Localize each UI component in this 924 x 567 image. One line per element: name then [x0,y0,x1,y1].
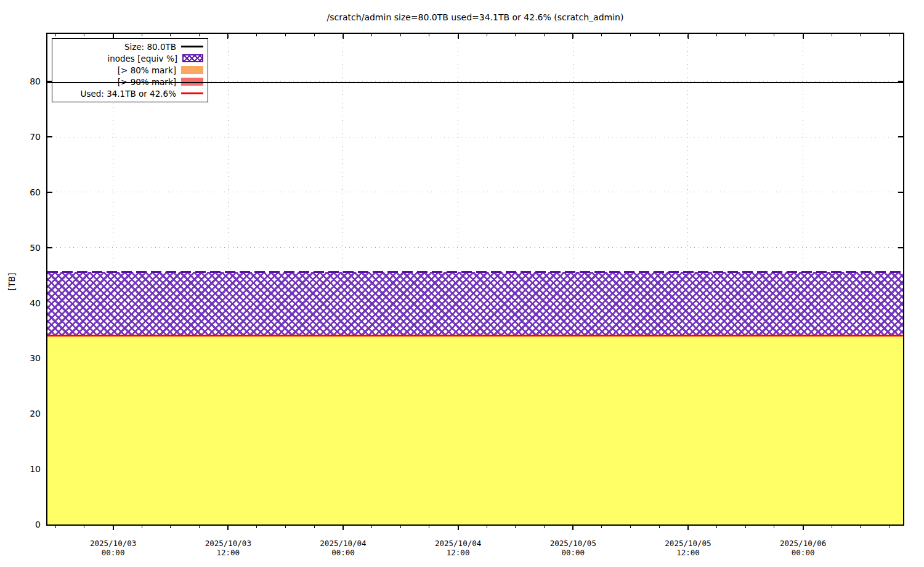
x-tick-bottom-major [227,526,229,530]
x-tick-bottom-minor [429,526,429,528]
x-tick-bottom-minor [544,526,545,528]
x-tick-bottom-minor [285,526,286,528]
size-limit-line [47,82,903,83]
x-tick-label-date: 2025/10/05 [524,539,622,548]
x-tick-bottom-major [342,526,344,530]
y-tick-label: 30 [0,352,41,364]
usage-chart: /scratch/admin size=80.0TB used=34.1TB o… [0,0,924,567]
legend-item-label: Size: 80.0TB [124,42,176,52]
x-tick-label: 2025/10/0300:00 [64,539,163,557]
x-tick-bottom-minor [256,526,257,528]
legend-box-sample [181,66,203,74]
x-tick-bottom-minor [199,526,200,528]
x-tick-label: 2025/10/0312:00 [179,539,277,557]
legend-item: Size: 80.0TB [52,41,208,52]
x-tick-bottom-major [687,526,689,530]
x-tick-bottom-major [458,526,459,530]
x-tick-bottom-minor [889,526,890,528]
y-tick-label: 0 [0,518,41,531]
y-tick-label: 20 [0,407,41,420]
y-tick-label: 50 [0,242,41,254]
x-tick-label-time: 00:00 [64,548,163,557]
x-tick-bottom-minor [745,526,746,528]
x-tick-label-date: 2025/10/03 [179,539,277,548]
legend-line-sample [181,46,203,47]
y-tick-label: 80 [0,75,41,88]
inodes-top-edge-line [47,271,903,273]
x-tick-bottom-minor [170,526,171,528]
x-tick-label: 2025/10/0512:00 [639,539,737,557]
x-tick-label: 2025/10/0500:00 [524,539,622,557]
x-tick-bottom-minor [601,526,602,528]
y-tick-label: 70 [0,131,41,143]
x-tick-bottom-minor [860,526,861,528]
legend-item: inodes [equiv %] [52,52,208,64]
x-tick-bottom-major [572,526,573,530]
used-area [47,336,903,524]
x-tick-label-time: 00:00 [294,548,392,557]
legend: Size: 80.0TBinodes [equiv %][> 80% mark]… [52,38,208,102]
x-tick-label-time: 12:00 [409,548,508,557]
y-tick-label: 10 [0,463,41,475]
x-tick-bottom-minor [142,526,142,528]
x-tick-label-date: 2025/10/04 [409,539,508,548]
x-tick-label-time: 12:00 [639,548,737,557]
x-tick-label-time: 12:00 [179,548,277,557]
x-tick-bottom-minor [716,526,717,528]
x-tick-bottom-minor [55,526,56,528]
x-tick-bottom-minor [832,526,832,528]
x-tick-bottom-major [803,526,804,530]
legend-hatch-sample [182,54,203,62]
x-tick-bottom-major [113,526,114,530]
x-tick-label-time: 00:00 [754,548,853,557]
x-tick-label-time: 00:00 [524,548,622,557]
x-tick-bottom-minor [84,526,84,528]
x-tick-bottom-minor [371,526,372,528]
plot-area: Size: 80.0TBinodes [equiv %][> 80% mark]… [46,33,904,526]
chart-title: /scratch/admin size=80.0TB used=34.1TB o… [46,12,904,23]
x-tick-label-date: 2025/10/05 [639,539,737,548]
legend-line-sample [181,92,203,94]
legend-item: [> 80% mark] [52,64,208,76]
y-tick-label: 40 [0,297,41,309]
x-tick-label: 2025/10/0412:00 [409,539,508,557]
x-tick-bottom-minor [400,526,401,528]
x-tick-bottom-minor [774,526,774,528]
x-tick-label-date: 2025/10/06 [754,539,853,548]
legend-item-label: inodes [equiv %] [107,54,177,63]
series-layer [47,34,903,524]
x-tick-bottom-minor [314,526,315,528]
y-axis-title: [TB] [0,268,25,295]
x-tick-label-date: 2025/10/04 [294,539,392,548]
used-line [47,335,903,337]
x-tick-label: 2025/10/0600:00 [754,539,853,557]
legend-item-label: [> 80% mark] [118,65,176,75]
x-tick-label-date: 2025/10/03 [64,539,163,548]
y-tick-label: 60 [0,186,41,198]
legend-item: Used: 34.1TB or 42.6% [52,88,208,99]
x-tick-bottom-minor [659,526,660,528]
x-tick-bottom-minor [515,526,516,528]
x-tick-bottom-minor [487,526,487,528]
x-tick-bottom-minor [630,526,631,528]
x-tick-label: 2025/10/0400:00 [294,539,392,557]
inodes-area [47,272,903,335]
legend-item-label: Used: 34.1TB or 42.6% [81,89,176,99]
